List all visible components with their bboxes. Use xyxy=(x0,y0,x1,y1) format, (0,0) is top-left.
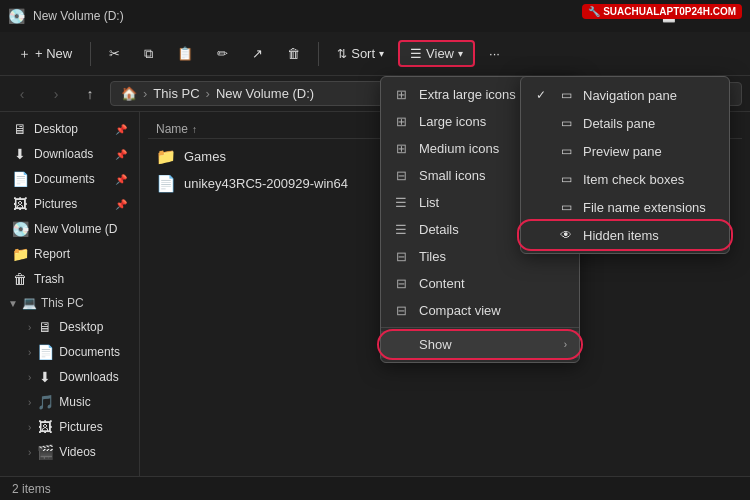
sidebar-item-documents-pinned[interactable]: 📄 Documents 📌 xyxy=(4,167,135,191)
documents-icon: 📄 xyxy=(12,171,28,187)
desktop-icon: 🖥 xyxy=(37,319,53,335)
more-button[interactable]: ··· xyxy=(479,42,510,65)
sidebar-label: New Volume (D xyxy=(34,222,117,236)
sidebar-item-pictures-pinned[interactable]: 🖼 Pictures 📌 xyxy=(4,192,135,216)
sidebar-item-report[interactable]: 📁 Report xyxy=(4,242,135,266)
new-button[interactable]: ＋ + New xyxy=(8,41,82,67)
collapse-arrow: › xyxy=(28,322,31,333)
sidebar-item-music-child[interactable]: › 🎵 Music xyxy=(20,390,135,414)
cut-button[interactable]: ✂ xyxy=(99,42,130,65)
toolbar-separator-2 xyxy=(318,42,319,66)
thispc-header[interactable]: ▼ 💻 This PC xyxy=(0,292,139,314)
copy-button[interactable]: ⧉ xyxy=(134,42,163,66)
details-icon: ☰ xyxy=(393,222,409,237)
folder-icon: 📁 xyxy=(156,147,176,166)
grid-icon: ⊞ xyxy=(393,114,409,129)
music-icon: 🎵 xyxy=(37,394,53,410)
panel-icon: ▭ xyxy=(557,87,575,103)
sidebar-label: Desktop xyxy=(34,122,78,136)
tiles-icon: ⊟ xyxy=(393,249,409,264)
desktop-icon: 🖥 xyxy=(12,121,28,137)
delete-icon: 🗑 xyxy=(287,46,300,61)
collapse-arrow: › xyxy=(28,372,31,383)
sidebar-item-downloads-child[interactable]: › ⬇ Downloads xyxy=(20,365,135,389)
file-ext-icon: ▭ xyxy=(557,199,575,215)
thispc-label: This PC xyxy=(41,296,84,310)
submenu-details-pane[interactable]: ▭ Details pane xyxy=(521,109,729,137)
sidebar-label: Desktop xyxy=(59,320,103,334)
submenu-preview-pane[interactable]: ▭ Preview pane xyxy=(521,137,729,165)
sidebar-item-trash[interactable]: 🗑 Trash xyxy=(4,267,135,291)
submenu-arrow: › xyxy=(564,339,567,350)
sidebar-item-newvolume[interactable]: 💽 New Volume (D xyxy=(4,217,135,241)
collapse-arrow: › xyxy=(28,447,31,458)
home-icon: 🏠 xyxy=(121,86,137,101)
thispc-children: › 🖥 Desktop › 📄 Documents › ⬇ Downloads … xyxy=(0,315,139,464)
pictures-icon: 🖼 xyxy=(37,419,53,435)
submenu-hidden-items[interactable]: 👁 Hidden items xyxy=(521,221,729,249)
menu-show[interactable]: Show › xyxy=(381,331,579,358)
rename-button[interactable]: ✏ xyxy=(207,42,238,65)
logo-badge: 🔧 SUACHUALAPT0P24H.COM xyxy=(582,4,742,19)
view-button[interactable]: ☰ View ▾ xyxy=(398,40,475,67)
share-button[interactable]: ↗ xyxy=(242,42,273,65)
folder-icon: 📁 xyxy=(12,246,28,262)
compact-icon: ⊟ xyxy=(393,303,409,318)
sort-button[interactable]: ⇅ Sort ▾ xyxy=(327,42,394,65)
delete-button[interactable]: 🗑 xyxy=(277,42,310,65)
collapse-arrow: › xyxy=(28,422,31,433)
sidebar-item-desktop-pinned[interactable]: 🖥 Desktop 📌 xyxy=(4,117,135,141)
show-submenu-menu: ✓ ▭ Navigation pane ▭ Details pane ▭ Pre… xyxy=(520,76,730,254)
show-submenu: ✓ ▭ Navigation pane ▭ Details pane ▭ Pre… xyxy=(520,76,730,254)
sidebar-item-desktop-child[interactable]: › 🖥 Desktop xyxy=(20,315,135,339)
menu-compact-view[interactable]: ⊟ Compact view xyxy=(381,297,579,324)
copy-icon: ⧉ xyxy=(144,46,153,62)
menu-content[interactable]: ⊟ Content xyxy=(381,270,579,297)
pin-icon: 📌 xyxy=(115,124,127,135)
back-button[interactable]: ‹ xyxy=(8,80,36,108)
submenu-navigation-pane[interactable]: ✓ ▭ Navigation pane xyxy=(521,81,729,109)
pin-icon: 📌 xyxy=(115,199,127,210)
toolbar-separator xyxy=(90,42,91,66)
pin-icon: 📌 xyxy=(115,149,127,160)
sidebar-label: Trash xyxy=(34,272,64,286)
sidebar-label: Pictures xyxy=(59,420,102,434)
submenu-file-name-extensions[interactable]: ▭ File name extensions xyxy=(521,193,729,221)
submenu-item-check-boxes[interactable]: ▭ Item check boxes xyxy=(521,165,729,193)
app-icon: 💽 xyxy=(8,8,25,24)
panel-icon: ▭ xyxy=(557,143,575,159)
grid-icon: ⊞ xyxy=(393,87,409,102)
volume-icon: 💽 xyxy=(12,221,28,237)
path-thispc: This PC xyxy=(153,86,199,101)
share-icon: ↗ xyxy=(252,46,263,61)
sidebar-label: Music xyxy=(59,395,90,409)
forward-button[interactable]: › xyxy=(42,80,70,108)
sidebar: 🖥 Desktop 📌 ⬇ Downloads 📌 📄 Documents 📌 … xyxy=(0,112,140,476)
expand-arrow: ▼ xyxy=(8,298,18,309)
sidebar-label: Downloads xyxy=(59,370,118,384)
eye-icon: 👁 xyxy=(557,227,575,243)
sidebar-label: Videos xyxy=(59,445,95,459)
sidebar-item-downloads-pinned[interactable]: ⬇ Downloads 📌 xyxy=(4,142,135,166)
trash-icon: 🗑 xyxy=(12,271,28,287)
file-icon: 📄 xyxy=(156,174,176,193)
paste-button[interactable]: 📋 xyxy=(167,42,203,65)
rename-icon: ✏ xyxy=(217,46,228,61)
up-button[interactable]: ↑ xyxy=(76,80,104,108)
downloads-icon: ⬇ xyxy=(37,369,53,385)
new-icon: ＋ xyxy=(18,45,31,63)
sidebar-label: Downloads xyxy=(34,147,93,161)
checkbox-icon: ▭ xyxy=(557,171,575,187)
sidebar-item-pictures-child[interactable]: › 🖼 Pictures xyxy=(20,415,135,439)
sidebar-item-videos-child[interactable]: › 🎬 Videos xyxy=(20,440,135,464)
downloads-icon: ⬇ xyxy=(12,146,28,162)
toolbar: ＋ + New ✂ ⧉ 📋 ✏ ↗ 🗑 ⇅ Sort ▾ ☰ View ▾ ··… xyxy=(0,32,750,76)
list-icon: ☰ xyxy=(393,195,409,210)
sidebar-item-documents-child[interactable]: › 📄 Documents xyxy=(20,340,135,364)
grid-small-icon: ⊟ xyxy=(393,168,409,183)
status-text: 2 items xyxy=(12,482,51,496)
content-icon: ⊟ xyxy=(393,276,409,291)
paste-icon: 📋 xyxy=(177,46,193,61)
collapse-arrow: › xyxy=(28,397,31,408)
cut-icon: ✂ xyxy=(109,46,120,61)
